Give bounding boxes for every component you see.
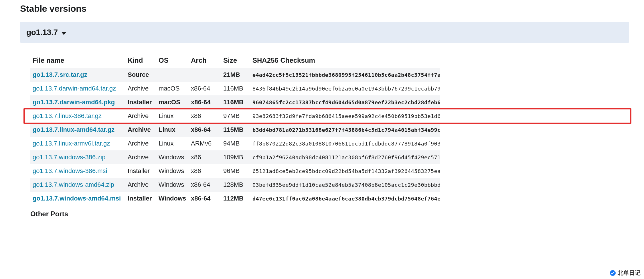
cell-arch: x86-64 <box>189 95 221 109</box>
version-dropdown[interactable]: go1.13.7 <box>20 22 629 43</box>
download-link[interactable]: go1.13.7.windows-amd64.msi <box>33 195 121 202</box>
cell-size: 21MB <box>221 68 250 82</box>
cell-os: Windows <box>156 164 189 178</box>
cell-file: go1.13.7.windows-amd64.zip <box>30 178 125 192</box>
col-sha: SHA256 Checksum <box>250 53 440 68</box>
cell-size: 128MB <box>221 178 250 192</box>
cell-kind: Archive <box>125 178 156 192</box>
download-link[interactable]: go1.13.7.linux-386.tar.gz <box>33 112 102 119</box>
cell-size: 115MB <box>221 123 250 137</box>
cell-os: Windows <box>156 178 189 192</box>
cell-kind: Source <box>125 68 156 82</box>
cell-arch <box>189 68 221 82</box>
cell-sha: 8436f846b49c2b14a96d90eef6b2a6e0a0e1943b… <box>250 82 440 95</box>
table-row: go1.13.7.darwin-amd64.tar.gzArchivemacOS… <box>30 82 629 95</box>
table-row: go1.13.7.windows-amd64.msiInstallerWindo… <box>30 192 629 205</box>
cell-arch: x86-64 <box>189 192 221 205</box>
table-row: go1.13.7.darwin-amd64.pkgInstallermacOSx… <box>30 95 629 109</box>
cell-size: 109MB <box>221 150 250 164</box>
cell-sha: 65121ad8ce5eb2ce95bdcc09d22bd54ba5df1433… <box>250 164 440 178</box>
col-size: Size <box>221 53 250 68</box>
download-link[interactable]: go1.13.7.linux-armv6l.tar.gz <box>33 140 110 147</box>
cell-kind: Archive <box>125 82 156 95</box>
table-row: go1.13.7.windows-amd64.zipArchiveWindows… <box>30 178 629 192</box>
cell-size: 116MB <box>221 95 250 109</box>
cell-file: go1.13.7.windows-386.msi <box>30 164 125 178</box>
cell-sha: 93e82683f32d9fe7fda9b686415aeee599a92c4e… <box>250 109 440 123</box>
cell-kind: Installer <box>125 164 156 178</box>
cell-sha: cf9b1a2f96240adb98dc4081121ac308bf6f8d27… <box>250 150 440 164</box>
cell-os: macOS <box>156 82 189 95</box>
download-link[interactable]: go1.13.7.linux-amd64.tar.gz <box>33 126 114 133</box>
cell-sha: 03befd335ee9ddf1d10cae52e84eb5a37408b8e1… <box>250 178 440 192</box>
cell-file: go1.13.7.darwin-amd64.pkg <box>30 95 125 109</box>
cell-file: go1.13.7.windows-386.zip <box>30 150 125 164</box>
cell-arch: x86 <box>189 164 221 178</box>
table-row: go1.13.7.windows-386.msiInstallerWindows… <box>30 164 629 178</box>
downloads-table: File name Kind OS Arch Size SHA256 Check… <box>30 53 629 205</box>
version-label: go1.13.7 <box>26 28 58 37</box>
cell-os: Linux <box>156 109 189 123</box>
download-link[interactable]: go1.13.7.windows-amd64.zip <box>33 181 114 188</box>
cell-arch: ARMv6 <box>189 137 221 150</box>
cell-file: go1.13.7.windows-amd64.msi <box>30 192 125 205</box>
table-header-row: File name Kind OS Arch Size SHA256 Check… <box>30 53 629 68</box>
cell-os: Linux <box>156 137 189 150</box>
download-link[interactable]: go1.13.7.windows-386.msi <box>33 167 107 174</box>
cell-file: go1.13.7.darwin-amd64.tar.gz <box>30 82 125 95</box>
cell-os: Linux <box>156 123 189 137</box>
cell-size: 96MB <box>221 164 250 178</box>
col-arch: Arch <box>189 53 221 68</box>
caret-down-icon <box>61 32 66 35</box>
cell-file: go1.13.7.linux-386.tar.gz <box>30 109 125 123</box>
table-row: go1.13.7.src.tar.gzSource21MBe4ad42cc5f5… <box>30 68 629 82</box>
cell-sha: b3dd4bd781a0271b33168e627f7f43886b4c5d1c… <box>250 123 440 137</box>
cell-file: go1.13.7.linux-armv6l.tar.gz <box>30 137 125 150</box>
table-row: go1.13.7.windows-386.zipArchiveWindowsx8… <box>30 150 629 164</box>
col-file: File name <box>30 53 125 68</box>
cell-size: 97MB <box>221 109 250 123</box>
cell-kind: Archive <box>125 109 156 123</box>
table-row: go1.13.7.linux-armv6l.tar.gzArchiveLinux… <box>30 137 629 150</box>
table-row: go1.13.7.linux-386.tar.gzArchiveLinuxx86… <box>30 109 629 123</box>
cell-sha: e4ad42cc5f5c19521fbbbde3680995f2546110b5… <box>250 68 440 82</box>
cell-kind: Installer <box>125 95 156 109</box>
cell-size: 94MB <box>221 137 250 150</box>
cell-kind: Installer <box>125 192 156 205</box>
cell-file: go1.13.7.linux-amd64.tar.gz <box>30 123 125 137</box>
download-link[interactable]: go1.13.7.darwin-amd64.pkg <box>33 99 115 106</box>
cell-kind: Archive <box>125 150 156 164</box>
download-link[interactable]: go1.13.7.windows-386.zip <box>33 154 105 161</box>
other-ports-heading: Other Ports <box>30 210 629 218</box>
download-link[interactable]: go1.13.7.src.tar.gz <box>33 71 87 78</box>
cell-size: 116MB <box>221 82 250 95</box>
cell-arch: x86 <box>189 150 221 164</box>
cell-file: go1.13.7.src.tar.gz <box>30 68 125 82</box>
cell-os: Windows <box>156 192 189 205</box>
cell-os: macOS <box>156 95 189 109</box>
col-os: OS <box>156 53 189 68</box>
cell-size: 112MB <box>221 192 250 205</box>
cell-arch: x86 <box>189 109 221 123</box>
cell-arch: x86-64 <box>189 82 221 95</box>
cell-os: Windows <box>156 150 189 164</box>
cell-kind: Archive <box>125 123 156 137</box>
col-kind: Kind <box>125 53 156 68</box>
cell-sha: 96074865fc2cc17387bccf49d604d65d0a879eef… <box>250 95 440 109</box>
cell-arch: x86-64 <box>189 178 221 192</box>
table-row: go1.13.7.linux-amd64.tar.gzArchiveLinuxx… <box>30 123 629 137</box>
cell-kind: Archive <box>125 137 156 150</box>
page-heading: Stable versions <box>20 3 629 14</box>
cell-sha: d47ee6c131ff0ac62a086e4aaef6cae380db4cb3… <box>250 192 440 205</box>
download-link[interactable]: go1.13.7.darwin-amd64.tar.gz <box>33 85 116 92</box>
cell-sha: ff8b870222d82c38a0108810706811dcbd1fcdbd… <box>250 137 440 150</box>
cell-os <box>156 68 189 82</box>
cell-arch: x86-64 <box>189 123 221 137</box>
downloads-table-wrap: File name Kind OS Arch Size SHA256 Check… <box>20 53 629 218</box>
